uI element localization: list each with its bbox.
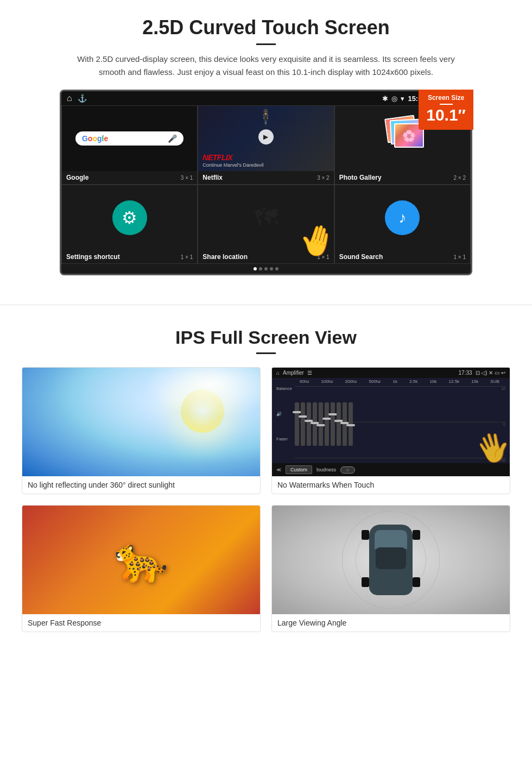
eq-sliders: 10 0 -10 [295, 386, 505, 462]
wifi-icon: ▾ [401, 94, 404, 103]
section2-title: IPS Full Screen View [22, 327, 510, 348]
feature-card-cheetah: 🐆 Super Fast Response [22, 505, 261, 632]
settings-app-size: 1 × 1 [181, 254, 193, 260]
settings-app-name: Settings shortcut [66, 253, 120, 261]
eq-bar-6[interactable] [325, 402, 329, 446]
settings-thumb: ⚙ [62, 185, 197, 250]
netflix-figure: 🕴 [256, 109, 275, 127]
eq-handle-6 [322, 418, 331, 420]
wheel-rl [362, 577, 369, 587]
netflix-logo: NETFLIX [202, 153, 232, 162]
eq-handle-5 [316, 424, 325, 426]
car-label: Large Viewing Angle [272, 614, 510, 632]
eq-bar-3[interactable] [307, 402, 311, 446]
screen-size-label: Screen Size [426, 94, 466, 102]
google-logo: Google [82, 134, 108, 143]
amp-prev-icon: ≪ [276, 467, 281, 472]
freq-labels: 60hz100hz200hz500hz1k2.5k10k12.5k15kSUB [272, 378, 510, 385]
app-grid: Google 🎤 Google 3 × 1 🕴 [61, 105, 471, 264]
google-app-size: 3 × 1 [181, 175, 193, 181]
eq-bar-1[interactable] [295, 402, 299, 446]
amplifier-label: No Watermarks When Touch [272, 476, 510, 494]
eq-bar-2[interactable] [301, 402, 305, 446]
eq-bar-7[interactable] [331, 402, 335, 446]
amp-left-labels: Balance 🔊 Fader [276, 386, 293, 462]
dot-4 [270, 267, 273, 270]
netflix-bg: 🕴 ▶ NETFLIX Continue Marvel's Daredevil [198, 106, 333, 171]
badge-divider [440, 104, 453, 105]
share-thumb: 🗺 🤚 [198, 185, 333, 250]
app-cell-netflix[interactable]: 🕴 ▶ NETFLIX Continue Marvel's Daredevil … [198, 105, 334, 185]
netflix-subtitle: Continue Marvel's Daredevil [202, 162, 263, 168]
cheetah-icon: 🐆 [114, 534, 168, 585]
amp-time: 17:33 [459, 370, 472, 376]
screen-size-value: 10.1″ [426, 106, 466, 124]
bluetooth-icon: ✱ [382, 94, 388, 103]
screen-size-badge: Screen Size 10.1″ [419, 90, 473, 130]
device-mockup: Screen Size 10.1″ ⌂ ⚓ ✱ ◎ ▾ 15:06 ⊡ ◁) ✕… [60, 90, 472, 275]
location-icon: ◎ [391, 94, 397, 103]
gallery-stack: 🌸 [381, 117, 424, 160]
feature-card-sunlight: No light reflecting under 360° direct su… [22, 367, 261, 494]
custom-button[interactable]: Custom [286, 465, 312, 474]
section-curved-screen: 2.5D Curved Touch Screen With 2.5D curve… [0, 0, 532, 288]
amplifier-image: ⌂ Amplifier ☰ 17:33 ⊡ ◁) ✕ ▭ ↩ 60hz100hz… [272, 368, 510, 476]
feature-card-amplifier: ⌂ Amplifier ☰ 17:33 ⊡ ◁) ✕ ▭ ↩ 60hz100hz… [271, 367, 510, 494]
dots-indicator [61, 264, 471, 274]
netflix-label-row: Netflix 3 × 2 [198, 171, 333, 184]
amp-title: Amplifier [283, 370, 304, 376]
mic-icon: 🎤 [168, 134, 177, 143]
gallery-app-name: Photo Gallery [339, 174, 382, 181]
netflix-thumb: 🕴 ▶ NETFLIX Continue Marvel's Daredevil [198, 106, 333, 171]
wheel-rr [413, 577, 420, 587]
sound-thumb: ♪ [335, 185, 470, 250]
feature-card-car: Large Viewing Angle [271, 505, 510, 632]
amp-icons: ⊡ ◁) ✕ ▭ ↩ [476, 370, 505, 376]
amp-menu-icon: ☰ [307, 370, 312, 376]
app-cell-settings[interactable]: ⚙ Settings shortcut 1 × 1 [61, 185, 198, 264]
usb-icon: ⚓ [78, 94, 87, 103]
amp-header: ⌂ Amplifier ☰ 17:33 ⊡ ◁) ✕ ▭ ↩ [272, 368, 510, 378]
cheetah-label: Super Fast Response [22, 614, 260, 632]
eq-bar-10[interactable] [349, 402, 353, 446]
app-cell-share[interactable]: 🗺 🤚 Share location 1 × 1 [198, 185, 334, 264]
wheel-fr [413, 530, 420, 540]
eq-bar-5[interactable] [319, 402, 323, 446]
device-screen: ⌂ ⚓ ✱ ◎ ▾ 15:06 ⊡ ◁) ✕ ▭ [60, 90, 472, 275]
eq-handle-2 [299, 415, 307, 418]
maps-icon: 🗺 [254, 204, 278, 231]
eq-handle-10 [346, 424, 355, 426]
section1-divider [256, 43, 276, 45]
features-grid: No light reflecting under 360° direct su… [22, 367, 510, 632]
google-search-bar[interactable]: Google 🎤 [75, 131, 183, 146]
sound-icon: ♪ [385, 200, 420, 235]
netflix-app-size: 3 × 2 [317, 175, 330, 181]
dot-2 [259, 267, 262, 270]
status-bar: ⌂ ⚓ ✱ ◎ ▾ 15:06 ⊡ ◁) ✕ ▭ [61, 91, 471, 105]
google-app-name: Google [66, 174, 88, 181]
sun-glow [181, 389, 224, 433]
settings-label-row: Settings shortcut 1 × 1 [62, 250, 197, 263]
sound-label-row: Sound Search 1 × 1 [335, 250, 470, 263]
dot-3 [264, 267, 268, 270]
dot-5 [275, 267, 278, 270]
section1-description: With 2.5D curved-display screen, this de… [76, 53, 456, 79]
sunlight-label: No light reflecting under 360° direct su… [22, 476, 260, 494]
eq-handle-7 [328, 413, 337, 415]
dot-1 [254, 267, 257, 270]
netflix-app-name: Netflix [202, 174, 223, 181]
share-app-name: Share location [202, 253, 248, 261]
gallery-label-row: Photo Gallery 2 × 2 [335, 171, 470, 184]
settings-icon: ⚙ [112, 200, 147, 235]
sound-app-name: Sound Search [339, 253, 383, 261]
section-divider-hr [0, 305, 532, 305]
loudness-label: loudness [316, 467, 336, 472]
app-cell-google[interactable]: Google 🎤 Google 3 × 1 [61, 105, 198, 185]
car-top-view [369, 525, 413, 595]
gallery-app-size: 2 × 2 [453, 175, 466, 181]
eq-bar-8[interactable] [337, 402, 341, 446]
app-cell-sound[interactable]: ♪ Sound Search 1 × 1 [334, 185, 471, 264]
car-roof [376, 547, 406, 569]
play-button[interactable]: ▶ [258, 129, 274, 144]
loudness-toggle[interactable]: ○ [340, 466, 355, 474]
